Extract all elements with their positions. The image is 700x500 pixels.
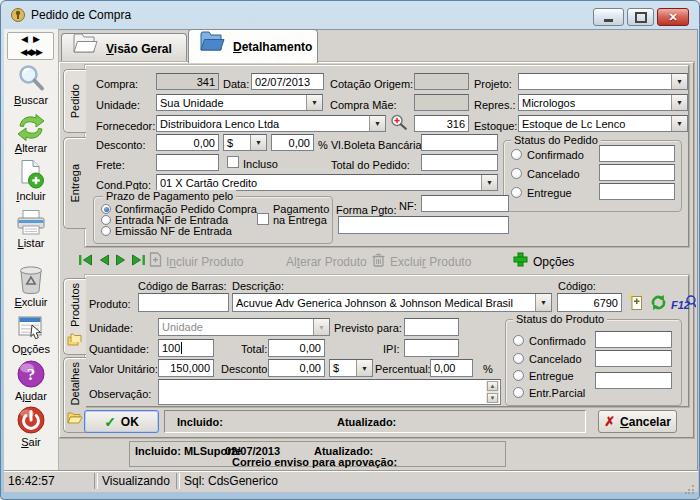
descricao-select[interactable]: Acuvue Adv Generica Johnson & Johnson Me…	[232, 293, 552, 312]
status-pedido-confirmado-field[interactable]	[599, 145, 675, 162]
sidebar-item-opcoes[interactable]: Opções	[4, 312, 58, 355]
sidebar-item-buscar[interactable]: Buscar	[4, 63, 58, 106]
moeda-select[interactable]: $ ▼	[223, 134, 267, 151]
nf-field[interactable]	[421, 195, 509, 212]
chevron-down-icon: ▼	[671, 116, 687, 131]
projeto-select[interactable]: ▼	[518, 73, 688, 90]
estoque-label: Estoque:	[474, 120, 517, 132]
f12-search-icon[interactable]: F12	[671, 295, 696, 311]
codigo-label: Código:	[558, 280, 596, 292]
sidebar-item-excluir[interactable]: Excluir	[4, 265, 58, 308]
fornecedor-codigo-field[interactable]: 316	[414, 115, 469, 132]
prazo-emissao-label: Emissão NF de Entrada	[115, 225, 232, 237]
sidebar-item-incluir[interactable]: Incluir	[4, 159, 58, 202]
percentual-field[interactable]: 0,00	[430, 359, 473, 377]
nf-label: NF:	[399, 200, 417, 212]
status-produto-cancelado-field[interactable]	[595, 350, 672, 367]
prev-product-button[interactable]	[95, 253, 111, 266]
first-product-button[interactable]	[77, 253, 93, 266]
sidebar-item-alterar[interactable]: Alterar	[4, 111, 58, 154]
prazo-entrada-radio[interactable]	[101, 215, 111, 225]
data-field[interactable]: 02/07/2013	[251, 73, 324, 90]
sidebar-item-ajudar[interactable]: ? Ajudar	[4, 359, 58, 402]
cond-pgto-select[interactable]: 01 X Cartão Credito ▼	[156, 174, 498, 191]
unidade-value: Sua Unidade	[160, 97, 224, 109]
status-pedido-entregue-field[interactable]	[599, 183, 675, 200]
produto-total-value: 0,00	[300, 342, 321, 354]
chevron-down-icon: ▼	[306, 95, 322, 110]
prazo-confirmacao-radio[interactable]	[101, 204, 111, 214]
incluso-label: Incluso	[243, 158, 278, 170]
svg-text:?: ?	[27, 365, 36, 384]
side-tab-detalhes[interactable]: Detalhes	[63, 357, 86, 433]
status-produto-confirmado-radio[interactable]	[513, 335, 524, 346]
tab-visao-geral[interactable]: Visão Geral	[61, 33, 187, 63]
repres-select[interactable]: Micrologos ▼	[518, 94, 688, 111]
codigo-field[interactable]: 6790	[557, 293, 622, 312]
last-record-icon[interactable]: ▶▶	[31, 47, 41, 57]
maximize-button[interactable]	[627, 8, 654, 26]
produto-desconto-value: 0,00	[300, 362, 321, 374]
forma-pgto-field[interactable]	[338, 216, 509, 234]
unidade-select[interactable]: Sua Unidade ▼	[156, 94, 323, 111]
status-produto-confirmado-field[interactable]	[595, 331, 672, 348]
refresh-icon[interactable]	[650, 294, 667, 315]
status-pedido-cancelado-radio[interactable]	[511, 168, 522, 179]
next-product-button[interactable]	[113, 253, 129, 266]
minimize-button[interactable]	[593, 8, 624, 26]
close-button[interactable]: ✕	[657, 8, 689, 26]
side-tab-entrega[interactable]: Entrega	[63, 137, 86, 229]
maximize-icon	[635, 12, 647, 23]
status-pedido-entregue-radio[interactable]	[511, 187, 522, 198]
sidebar-item-sair[interactable]: Sair	[4, 405, 58, 448]
page-add-yellow-icon[interactable]	[628, 294, 645, 315]
incluso-checkbox[interactable]	[227, 156, 239, 168]
fornecedor-select[interactable]: Distribuidora Lenco Ltda ▼	[156, 115, 386, 132]
prazo-emissao-radio[interactable]	[101, 226, 111, 236]
scroll-down-icon[interactable]: ▼	[487, 393, 498, 403]
data-value: 02/07/2013	[255, 76, 310, 88]
status-pedido-cancelado-field[interactable]	[599, 164, 675, 181]
ok-button[interactable]: ✓ OK	[84, 410, 159, 433]
resize-grip[interactable]	[685, 480, 695, 498]
cancelar-button[interactable]: ✗ Cancelar	[598, 410, 677, 433]
status-produto-entrparcial-radio[interactable]	[513, 387, 524, 398]
desconto-pct-field[interactable]: 0,00	[271, 134, 314, 151]
search-plus-icon[interactable]	[390, 114, 409, 135]
tab-detalhamento[interactable]: Detalhamento	[188, 29, 318, 63]
sidebar-item-listar[interactable]: Listar	[4, 206, 58, 249]
footer-info-panel: Incluido: Atualizado:	[164, 410, 586, 433]
first-record-icon[interactable]: ◀◀	[20, 47, 30, 57]
ipi-field[interactable]	[404, 339, 459, 357]
boleta-field[interactable]	[421, 134, 498, 151]
status-produto-entregue-radio[interactable]	[513, 370, 524, 381]
valor-unitario-field[interactable]: 150,000	[158, 359, 214, 377]
chevron-down-icon: ▼	[356, 360, 372, 376]
next-record-icon[interactable]: ▶	[33, 34, 40, 44]
opcoes-produto-button[interactable]: Opções	[533, 256, 574, 268]
pagamento-entrega-checkbox[interactable]	[257, 213, 269, 225]
estoque-select[interactable]: Estoque de Lc Lenco ▼	[518, 115, 688, 132]
frete-label: Frete:	[96, 159, 125, 171]
status-produto-cancelado-radio[interactable]	[513, 353, 524, 364]
status-pedido-confirmado-radio[interactable]	[511, 149, 522, 160]
prev-record-icon[interactable]: ◀	[21, 34, 28, 44]
produto-moeda-select[interactable]: $ ▼	[329, 359, 373, 377]
last-product-button[interactable]	[130, 253, 146, 266]
quantidade-field[interactable]: 100	[158, 339, 214, 357]
total-pedido-field[interactable]	[421, 154, 498, 171]
produto-desconto-field[interactable]: 0,00	[268, 359, 325, 377]
side-tab-pedido[interactable]: Pedido	[63, 69, 86, 133]
observacao-label: Observação:	[89, 388, 151, 400]
frete-field[interactable]	[156, 154, 219, 171]
previsto-field[interactable]	[404, 318, 459, 336]
side-tab-produtos[interactable]: Produtos	[63, 278, 86, 355]
status-produto-entrparcial-field[interactable]	[595, 372, 672, 389]
observacao-textarea[interactable]: ▲▼	[158, 379, 501, 405]
statusbar-divider	[94, 473, 98, 489]
observacao-scrollbar[interactable]: ▲▼	[486, 381, 499, 403]
codigo-barras-field[interactable]	[138, 293, 229, 312]
desconto-field[interactable]: 0,00	[156, 134, 219, 151]
scroll-up-icon[interactable]: ▲	[487, 381, 498, 391]
produto-total-field[interactable]: 0,00	[268, 339, 325, 357]
